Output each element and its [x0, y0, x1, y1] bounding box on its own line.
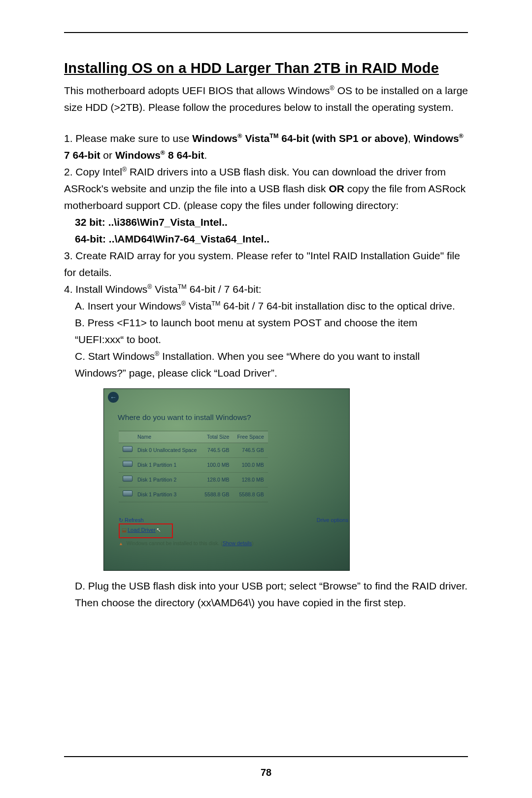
- load-driver-highlight: Load Driver↖: [119, 523, 173, 538]
- step1-bold1: Windows® VistaTM 64-bit (with SP1 or abo…: [192, 133, 408, 144]
- warn-a: Windows cannot be installed to this disk…: [127, 540, 223, 546]
- load-driver-icon: [122, 527, 128, 533]
- screenshot-container: ← Where do you want to install Windows? …: [103, 388, 468, 571]
- path64-text: 64-bit: ..\AMD64\Win7-64_Vista64_Intel..: [75, 233, 269, 244]
- col-name: Name: [133, 431, 200, 443]
- warn-link: Show details: [223, 540, 252, 546]
- row0-free: 746.5 GB: [233, 443, 267, 458]
- disk-icon: [123, 461, 133, 467]
- disk-icon: [123, 490, 133, 496]
- step1-bold3: Windows® 8 64-bit: [115, 149, 204, 161]
- step-4c: C. Start Windows® Installation. When you…: [64, 348, 468, 382]
- warning-text: Windows cannot be installed to this disk…: [119, 539, 254, 548]
- bottom-rule: [64, 756, 468, 757]
- disk-icon: [123, 446, 133, 452]
- step2-or: OR: [329, 183, 344, 194]
- step1-end: .: [204, 149, 207, 161]
- step-4a: A. Insert your Windows® VistaTM 64-bit /…: [64, 298, 468, 314]
- step-1: 1. Please make sure to use Windows® Vist…: [64, 130, 468, 164]
- row0-total: 746.5 GB: [200, 443, 233, 458]
- step-4d: D. Plug the USB flash disk into your USB…: [64, 578, 468, 611]
- row1-total: 100.0 MB: [200, 458, 233, 473]
- top-rule: [64, 32, 468, 33]
- step2-path64: 64-bit: ..\AMD64\Win7-64_Vista64_Intel..: [64, 231, 468, 247]
- row2-free: 128.0 MB: [233, 473, 267, 487]
- intro-text: This motherboard adopts UEFI BIOS that a…: [64, 85, 468, 113]
- table-row: Disk 1 Partition 1 100.0 MB 100.0 MB: [119, 458, 268, 473]
- col-total: Total Size: [200, 431, 233, 443]
- warn-b: ): [252, 540, 254, 546]
- step1-prefix: 1. Please make sure to use: [64, 133, 192, 144]
- step-2: 2. Copy Intel® RAID drivers into a USB f…: [64, 164, 468, 214]
- page-title: Installing OS on a HDD Larger Than 2TB i…: [64, 60, 468, 76]
- page-number: 78: [0, 767, 532, 778]
- step-3: 3. Create RAID array for you system. Ple…: [64, 247, 468, 281]
- step4c-text: C. Start Windows® Installation. When you…: [75, 350, 420, 379]
- disk-table: Name Total Size Free Space Disk 0 Unallo…: [119, 431, 268, 502]
- back-button-icon: ←: [108, 392, 119, 403]
- col-icon: [119, 431, 133, 443]
- path32-text: 32 bit: ..\i386\Win7_Vista_Intel..: [75, 216, 228, 228]
- row1-name: Disk 1 Partition 1: [133, 458, 200, 473]
- load-driver-link: Load Driver: [128, 527, 156, 533]
- drive-options-link: Drive options: [317, 516, 348, 525]
- disk-icon: [123, 476, 133, 482]
- row3-free: 5588.8 GB: [233, 487, 267, 502]
- step4-head-text: 4. Install Windows® VistaTM 64-bit / 7 6…: [64, 283, 262, 295]
- install-dialog-title: Where do you want to install Windows?: [118, 411, 251, 423]
- step1-sep: ,: [408, 133, 414, 144]
- table-row: Disk 1 Partition 3 5588.8 GB 5588.8 GB: [119, 487, 268, 502]
- col-free: Free Space: [233, 431, 267, 443]
- row2-total: 128.0 MB: [200, 473, 233, 487]
- row3-name: Disk 1 Partition 3: [133, 487, 200, 502]
- step-4-head: 4. Install Windows® VistaTM 64-bit / 7 6…: [64, 281, 468, 298]
- step1-or: or: [100, 149, 115, 161]
- intro-paragraph: This motherboard adopts UEFI BIOS that a…: [64, 82, 468, 115]
- step4a-text: A. Insert your Windows® VistaTM 64-bit /…: [75, 300, 455, 312]
- step-4b: B. Press <F11> to launch boot menu at sy…: [64, 314, 468, 348]
- row3-total: 5588.8 GB: [200, 487, 233, 502]
- table-row: Disk 0 Unallocated Space 746.5 GB 746.5 …: [119, 443, 268, 458]
- table-row: Disk 1 Partition 2 128.0 MB 128.0 MB: [119, 473, 268, 487]
- windows-install-screenshot: ← Where do you want to install Windows? …: [103, 388, 350, 571]
- cursor-icon: ↖: [156, 525, 161, 535]
- row0-name: Disk 0 Unallocated Space: [133, 443, 200, 458]
- row2-name: Disk 1 Partition 2: [133, 473, 200, 487]
- row1-free: 100.0 MB: [233, 458, 267, 473]
- step2-path32: 32 bit: ..\i386\Win7_Vista_Intel..: [64, 214, 468, 231]
